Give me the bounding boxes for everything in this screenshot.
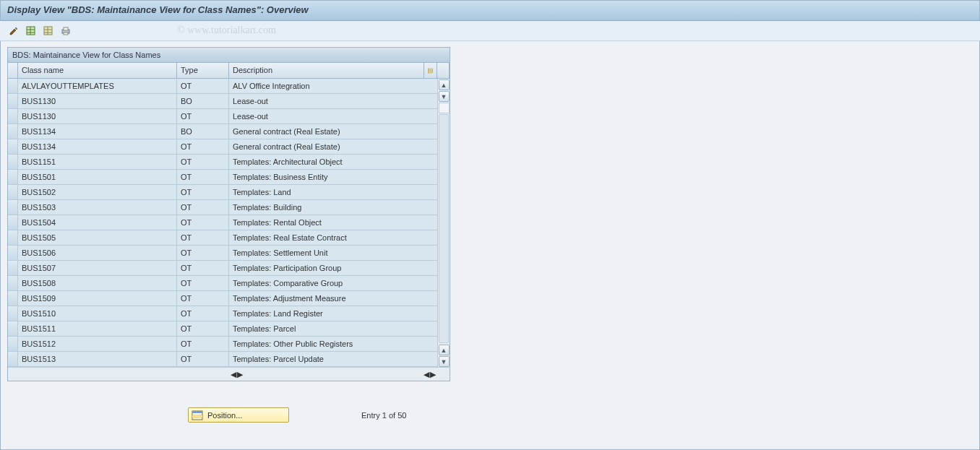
cell-type: OT	[177, 261, 229, 275]
footer-bar: Position... Entry 1 of 50	[7, 407, 973, 423]
table-row[interactable]: BUS1503OTTemplates: Building	[8, 200, 437, 215]
row-selector[interactable]	[8, 276, 18, 290]
scroll-down-arrow[interactable]: ▼	[439, 91, 450, 102]
cell-description: Templates: Settlement Unit	[229, 246, 437, 260]
scroll-up-arrow[interactable]: ▲	[439, 79, 450, 90]
row-selector[interactable]	[8, 321, 18, 336]
scroll-up-arrow-bottom[interactable]: ▲	[439, 345, 450, 355]
cell-description: Templates: Architectural Object	[229, 155, 437, 169]
svg-rect-14	[431, 69, 433, 72]
scroll-left-arrow[interactable]: ◀	[231, 370, 236, 379]
cell-type: OT	[177, 291, 229, 306]
cell-classname: BUS1130	[18, 94, 177, 108]
row-selector[interactable]	[8, 246, 18, 260]
table-row[interactable]: BUS1512OTTemplates: Other Public Registe…	[8, 337, 437, 352]
cell-type: OT	[177, 139, 229, 154]
cell-description: Templates: Participation Group	[229, 261, 437, 275]
column-header-classname[interactable]: Class name	[18, 63, 177, 78]
scroll-track[interactable]	[439, 114, 449, 343]
cell-type: OT	[177, 155, 229, 169]
row-selector[interactable]	[8, 170, 18, 184]
row-selector[interactable]	[8, 230, 18, 245]
panel-header: BDS: Maintainance View for Class Names	[8, 48, 450, 63]
cell-classname: BUS1503	[18, 200, 177, 215]
scroll-right-arrow-end[interactable]: ▶	[430, 370, 436, 379]
table-row[interactable]: BUS1504OTTemplates: Rental Object	[8, 215, 437, 230]
column-header-type[interactable]: Type	[177, 63, 229, 78]
row-selector[interactable]	[8, 306, 18, 321]
cell-classname: BUS1508	[18, 276, 177, 290]
cell-classname: BUS1512	[18, 337, 177, 351]
cell-type: OT	[177, 246, 229, 260]
cell-type: OT	[177, 321, 229, 336]
row-selector[interactable]	[8, 352, 18, 366]
table: Class name Type Description ALVLAYOUTTEM	[8, 63, 450, 381]
row-selector[interactable]	[8, 79, 18, 93]
cell-description: Templates: Other Public Registers	[229, 337, 437, 351]
cell-type: OT	[177, 109, 229, 124]
table-row[interactable]: BUS1505OTTemplates: Real Estate Contract	[8, 230, 437, 246]
row-selector[interactable]	[8, 94, 18, 108]
scroll-left-arrow-end[interactable]: ◀	[424, 370, 429, 379]
cell-description: Templates: Adjustment Measure	[229, 291, 437, 306]
table-row[interactable]: BUS1134OTGeneral contract (Real Estate)	[8, 139, 437, 155]
table-row[interactable]: BUS1501OTTemplates: Business Entity	[8, 170, 437, 185]
cell-classname: BUS1501	[18, 170, 177, 184]
cell-type: OT	[177, 337, 229, 351]
vertical-scrollbar[interactable]: ▲ ▼ ▲ ▼	[437, 79, 450, 367]
row-selector[interactable]	[8, 109, 18, 124]
row-selector[interactable]	[8, 155, 18, 169]
cell-type: OT	[177, 230, 229, 245]
svg-rect-12	[429, 69, 430, 72]
table-select-icon[interactable]	[25, 25, 38, 38]
table-row[interactable]: BUS1511OTTemplates: Parcel	[8, 321, 437, 337]
cell-description: Templates: Building	[229, 200, 437, 215]
cell-classname: BUS1504	[18, 215, 177, 230]
table-header-row: Class name Type Description	[8, 63, 450, 79]
table-row[interactable]: BUS1502OTTemplates: Land	[8, 185, 437, 200]
column-header-description[interactable]: Description	[229, 63, 424, 78]
table-row[interactable]: BUS1508OTTemplates: Comparative Group	[8, 276, 437, 291]
scroll-right-arrow[interactable]: ▶	[237, 370, 243, 379]
toggle-edit-icon[interactable]	[7, 25, 20, 38]
cell-classname: BUS1506	[18, 246, 177, 260]
table-row[interactable]: BUS1130BOLease-out	[8, 94, 437, 109]
cell-type: OT	[177, 352, 229, 366]
cell-description: Templates: Real Estate Contract	[229, 230, 437, 245]
table-row[interactable]: BUS1507OTTemplates: Participation Group	[8, 261, 437, 276]
table-row[interactable]: BUS1513OTTemplates: Parcel Update	[8, 352, 437, 367]
column-header-selector[interactable]	[8, 63, 18, 78]
cell-classname: BUS1502	[18, 185, 177, 199]
table-row[interactable]: BUS1510OTTemplates: Land Register	[8, 306, 437, 321]
row-selector[interactable]	[8, 139, 18, 154]
cell-type: OT	[177, 215, 229, 230]
content-area: BDS: Maintainance View for Class Names C…	[0, 41, 980, 428]
cell-description: Templates: Parcel	[229, 321, 437, 336]
configure-columns-button[interactable]	[424, 63, 437, 78]
row-selector[interactable]	[8, 215, 18, 230]
table-row[interactable]: BUS1134BOGeneral contract (Real Estate)	[8, 124, 437, 139]
row-selector[interactable]	[8, 185, 18, 199]
row-selector[interactable]	[8, 200, 18, 215]
table-deselect-icon[interactable]	[42, 25, 55, 38]
table-row[interactable]: ALVLAYOUTTEMPLATESOTALV Office Integrati…	[8, 79, 437, 94]
horizontal-scrollbar[interactable]: ◀ ▶ ◀ ▶	[8, 367, 450, 381]
scroll-down-arrow-bottom[interactable]: ▼	[439, 356, 450, 367]
position-button-label: Position...	[207, 411, 242, 420]
table-row[interactable]: BUS1506OTTemplates: Settlement Unit	[8, 246, 437, 261]
cell-type: BO	[177, 124, 229, 139]
toolbar: © www.tutorialkart.com	[0, 21, 980, 41]
row-selector[interactable]	[8, 291, 18, 306]
table-row[interactable]: BUS1130OTLease-out	[8, 109, 437, 124]
row-selector[interactable]	[8, 261, 18, 275]
table-row[interactable]: BUS1151OTTemplates: Architectural Object	[8, 155, 437, 170]
print-icon[interactable]	[59, 25, 72, 38]
cell-description: Templates: Land	[229, 185, 437, 199]
position-button[interactable]: Position...	[188, 407, 289, 423]
cell-classname: BUS1134	[18, 139, 177, 154]
page-title: Display View "BDS: Maintainance View for…	[0, 0, 980, 21]
row-selector[interactable]	[8, 337, 18, 351]
table-row[interactable]: BUS1509OTTemplates: Adjustment Measure	[8, 291, 437, 306]
row-selector[interactable]	[8, 124, 18, 139]
cell-classname: BUS1134	[18, 124, 177, 139]
